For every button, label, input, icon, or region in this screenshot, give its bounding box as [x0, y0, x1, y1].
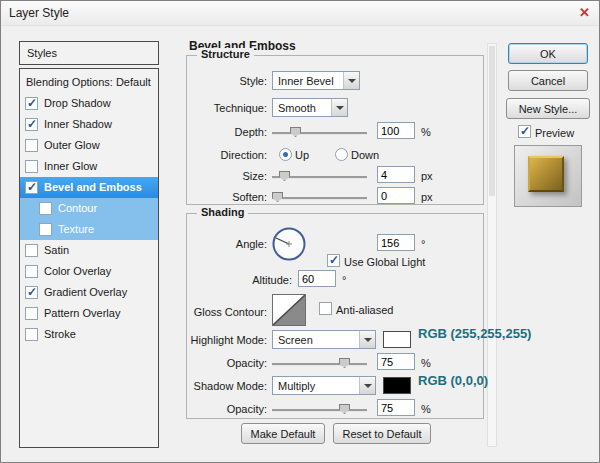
- highlight-opacity-input[interactable]: [377, 353, 415, 370]
- shadow-rgb-annotation: RGB (0,0,0): [418, 373, 488, 388]
- angle-dial[interactable]: [271, 226, 307, 262]
- satin-checkbox[interactable]: [25, 244, 38, 257]
- depth-input[interactable]: [377, 122, 415, 139]
- highlight-opacity-label: Opacity:: [187, 357, 267, 369]
- highlight-opacity-unit: %: [421, 357, 431, 369]
- direction-down-radio[interactable]: [335, 148, 348, 161]
- depth-slider-thumb[interactable]: [290, 127, 301, 137]
- anti-aliased-checkbox[interactable]: [319, 302, 332, 315]
- use-global-light-checkbox[interactable]: [327, 254, 340, 267]
- make-default-button[interactable]: Make Default: [241, 423, 325, 444]
- sidebar-item-label: Stroke: [44, 328, 76, 340]
- shadow-mode-value: Multiply: [278, 380, 315, 392]
- preview-gold-square: [528, 156, 564, 192]
- highlight-opacity-slider-thumb[interactable]: [339, 358, 350, 368]
- sidebar-item-label: Satin: [44, 244, 69, 256]
- sidebar-item-stroke[interactable]: Stroke: [20, 324, 158, 345]
- gloss-contour-thumbnail[interactable]: [272, 294, 306, 326]
- sidebar-item-texture[interactable]: Texture: [20, 219, 158, 240]
- window-title: Layer Style: [9, 6, 69, 20]
- sidebar-item-blending-options[interactable]: Blending Options: Default: [20, 72, 158, 93]
- stroke-checkbox[interactable]: [25, 328, 38, 341]
- altitude-input[interactable]: [298, 270, 336, 287]
- soften-input[interactable]: [377, 187, 415, 204]
- sidebar-item-label: Inner Glow: [44, 160, 97, 172]
- altitude-label: Altitude:: [187, 274, 292, 286]
- shadow-mode-select[interactable]: Multiply: [272, 376, 376, 395]
- sidebar-item-satin[interactable]: Satin: [20, 240, 158, 261]
- sidebar-item-outer-glow[interactable]: Outer Glow: [20, 135, 158, 156]
- shadow-mode-label: Shadow Mode:: [187, 380, 267, 392]
- highlight-color-swatch[interactable]: [383, 331, 411, 348]
- sidebar-item-label: Contour: [58, 202, 97, 214]
- chevron-down-icon[interactable]: [331, 99, 347, 116]
- technique-select-value: Smooth: [278, 102, 316, 114]
- sidebar-item-gradient-overlay[interactable]: Gradient Overlay: [20, 282, 158, 303]
- size-input[interactable]: [377, 166, 415, 183]
- style-label: Style:: [187, 75, 267, 87]
- angle-input[interactable]: [377, 234, 415, 251]
- shadow-color-swatch[interactable]: [383, 377, 411, 394]
- preview-checkbox[interactable]: [518, 125, 531, 138]
- chevron-down-icon[interactable]: [359, 377, 375, 394]
- inner-glow-checkbox[interactable]: [25, 160, 38, 173]
- new-style-button[interactable]: New Style...: [506, 98, 590, 119]
- sidebar-item-drop-shadow[interactable]: Drop Shadow: [20, 93, 158, 114]
- style-select[interactable]: Inner Bevel: [272, 71, 360, 90]
- cancel-button[interactable]: Cancel: [508, 70, 588, 91]
- titlebar[interactable]: Layer Style ✕: [1, 1, 599, 26]
- outer-glow-checkbox[interactable]: [25, 139, 38, 152]
- shadow-opacity-slider-thumb[interactable]: [339, 404, 350, 414]
- reset-to-default-button[interactable]: Reset to Default: [333, 423, 431, 444]
- texture-checkbox[interactable]: [39, 223, 52, 236]
- shadow-opacity-slider-track[interactable]: [272, 409, 367, 412]
- pattern-overlay-checkbox[interactable]: [25, 307, 38, 320]
- technique-select[interactable]: Smooth: [272, 98, 348, 117]
- chevron-down-icon[interactable]: [343, 72, 359, 89]
- sidebar-item-inner-glow[interactable]: Inner Glow: [20, 156, 158, 177]
- preview-label: Preview: [535, 127, 574, 139]
- direction-up-radio[interactable]: [279, 148, 292, 161]
- use-global-light-label: Use Global Light: [344, 256, 425, 268]
- shadow-opacity-input[interactable]: [377, 399, 415, 416]
- styles-header-label: Styles: [27, 47, 57, 59]
- sidebar-item-label: Gradient Overlay: [44, 286, 127, 298]
- gloss-contour-label: Gloss Contour:: [187, 306, 267, 318]
- gradient-overlay-checkbox[interactable]: [25, 286, 38, 299]
- sidebar-item-inner-shadow[interactable]: Inner Shadow: [20, 114, 158, 135]
- direction-up-label: Up: [295, 149, 309, 161]
- size-label: Size:: [187, 170, 267, 182]
- close-icon[interactable]: ✕: [579, 5, 590, 20]
- sidebar-item-contour[interactable]: Contour: [20, 198, 158, 219]
- contour-checkbox[interactable]: [39, 202, 52, 215]
- inner-shadow-checkbox[interactable]: [25, 118, 38, 131]
- styles-list: Blending Options: Default Drop Shadow In…: [19, 68, 159, 448]
- soften-slider-track[interactable]: [272, 197, 367, 200]
- sidebar-item-label: Inner Shadow: [44, 118, 112, 130]
- size-slider-thumb[interactable]: [279, 171, 290, 181]
- soften-slider-thumb[interactable]: [272, 192, 283, 202]
- sidebar-item-color-overlay[interactable]: Color Overlay: [20, 261, 158, 282]
- highlight-opacity-slider-track[interactable]: [272, 363, 367, 366]
- style-preview-thumbnail: [514, 145, 582, 207]
- style-select-value: Inner Bevel: [278, 75, 334, 87]
- angle-label: Angle:: [187, 238, 267, 250]
- color-overlay-checkbox[interactable]: [25, 265, 38, 278]
- sidebar-item-label: Outer Glow: [44, 139, 100, 151]
- sidebar-item-label: Pattern Overlay: [44, 307, 120, 319]
- depth-slider-track[interactable]: [272, 132, 367, 135]
- direction-label: Direction:: [187, 149, 267, 161]
- scrollbar[interactable]: [487, 43, 497, 447]
- shading-legend: Shading: [197, 206, 248, 218]
- bevel-emboss-checkbox[interactable]: [25, 181, 38, 194]
- scrollbar-thumb[interactable]: [489, 46, 495, 196]
- chevron-down-icon[interactable]: [359, 331, 375, 348]
- drop-shadow-checkbox[interactable]: [25, 97, 38, 110]
- highlight-mode-select[interactable]: Screen: [272, 330, 376, 349]
- sidebar-item-pattern-overlay[interactable]: Pattern Overlay: [20, 303, 158, 324]
- sidebar-item-label: Bevel and Emboss: [44, 181, 142, 193]
- ok-button[interactable]: OK: [508, 43, 588, 64]
- sidebar-item-bevel-and-emboss[interactable]: Bevel and Emboss: [20, 177, 158, 198]
- sidebar-item-label: Color Overlay: [44, 265, 111, 277]
- sidebar-item-label: Drop Shadow: [44, 97, 111, 109]
